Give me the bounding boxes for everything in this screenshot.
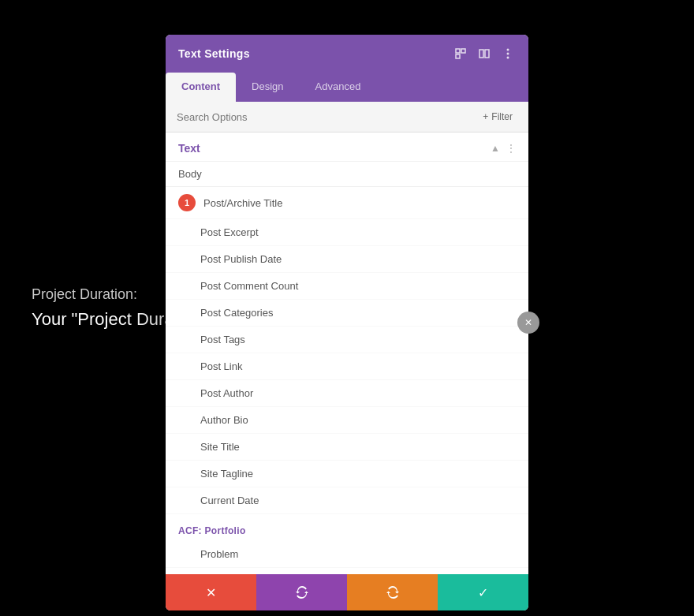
list-item-label: Post Comment Count bbox=[200, 280, 298, 292]
list-item[interactable]: Post Author bbox=[166, 380, 528, 407]
body-row: Body bbox=[166, 162, 528, 187]
list-item-label: Post Excerpt bbox=[200, 226, 259, 238]
list-item[interactable]: Site Title bbox=[166, 434, 528, 461]
list-item[interactable]: Site Tagline bbox=[166, 461, 528, 487]
modal-footer: ✕ ✓ bbox=[166, 574, 528, 610]
modal-header-icons bbox=[453, 46, 516, 62]
svg-rect-4 bbox=[485, 50, 489, 58]
cancel-button[interactable]: ✕ bbox=[166, 574, 256, 610]
list-item-label: Current Date bbox=[200, 495, 259, 506]
list-item-label: Post Tags bbox=[200, 334, 245, 345]
list-item[interactable]: Solution bbox=[166, 568, 528, 574]
modal-wrapper: Text Settings bbox=[166, 35, 528, 610]
columns-icon[interactable] bbox=[476, 46, 492, 62]
svg-rect-3 bbox=[479, 50, 483, 58]
reset-button[interactable] bbox=[256, 574, 347, 610]
list-item-label: Post/Archive Title bbox=[203, 197, 282, 209]
list-item-label: Post Author bbox=[200, 387, 253, 399]
filter-icon: + bbox=[483, 111, 488, 122]
tab-design[interactable]: Design bbox=[236, 73, 299, 102]
list-item-label: Post Link bbox=[200, 360, 242, 372]
text-section-title: Text bbox=[178, 142, 200, 155]
svg-rect-1 bbox=[461, 49, 465, 53]
list-item-label: Author Bio bbox=[200, 414, 248, 426]
list-item[interactable]: Post Publish Date bbox=[166, 246, 528, 273]
number-badge: 1 bbox=[178, 194, 196, 211]
list-item[interactable]: 1 Post/Archive Title bbox=[166, 187, 528, 219]
search-bar: + Filter bbox=[166, 102, 528, 133]
text-settings-modal: Text Settings bbox=[166, 35, 528, 610]
tab-content[interactable]: Content bbox=[166, 73, 236, 102]
tab-advanced[interactable]: Advanced bbox=[300, 73, 377, 102]
section-more-icon[interactable]: ⋮ bbox=[506, 143, 516, 154]
list-item[interactable]: Author Bio bbox=[166, 407, 528, 434]
svg-rect-2 bbox=[456, 54, 460, 58]
redo-button[interactable] bbox=[347, 574, 438, 610]
list-item-label: Post Categories bbox=[200, 307, 274, 319]
list-item[interactable]: Post Excerpt bbox=[166, 219, 528, 246]
list-item[interactable]: Problem bbox=[166, 541, 528, 568]
list-item-label: Site Title bbox=[200, 441, 240, 453]
filter-label: Filter bbox=[491, 111, 513, 122]
more-options-icon[interactable] bbox=[500, 46, 516, 62]
save-button[interactable]: ✓ bbox=[438, 574, 528, 610]
modal-tabs: Content Design Advanced bbox=[166, 73, 528, 102]
list-item[interactable]: Post Categories bbox=[166, 300, 528, 327]
expand-icon[interactable] bbox=[453, 46, 468, 62]
list-item[interactable]: Current Date bbox=[166, 487, 528, 514]
modal-body: Text ▲ ⋮ Body 1 Post/Archive Title Post … bbox=[166, 133, 528, 574]
svg-point-7 bbox=[507, 57, 509, 59]
filter-button[interactable]: + Filter bbox=[478, 110, 517, 124]
list-item[interactable]: Post Comment Count bbox=[166, 273, 528, 300]
section-controls: ▲ ⋮ bbox=[491, 143, 516, 154]
search-input[interactable] bbox=[177, 111, 478, 123]
collapse-icon[interactable]: ▲ bbox=[491, 143, 500, 154]
svg-point-5 bbox=[507, 49, 509, 51]
svg-rect-0 bbox=[456, 49, 460, 53]
body-label: Body bbox=[178, 168, 202, 180]
modal-header: Text Settings bbox=[166, 35, 528, 73]
list-item[interactable]: Post Tags bbox=[166, 327, 528, 353]
text-section-header: Text ▲ ⋮ bbox=[166, 133, 528, 162]
list-item[interactable]: Post Link bbox=[166, 353, 528, 380]
svg-point-6 bbox=[507, 53, 509, 55]
modal-close-right-button[interactable]: ✕ bbox=[517, 312, 539, 334]
acf-section-label: ACF: Portfolio bbox=[166, 514, 528, 541]
modal-overlay: Text Settings bbox=[0, 0, 694, 616]
list-item-label: Post Publish Date bbox=[200, 253, 282, 265]
list-item-label: Problem bbox=[200, 548, 238, 560]
list-item-label: Site Tagline bbox=[200, 468, 253, 480]
modal-title: Text Settings bbox=[178, 47, 250, 60]
